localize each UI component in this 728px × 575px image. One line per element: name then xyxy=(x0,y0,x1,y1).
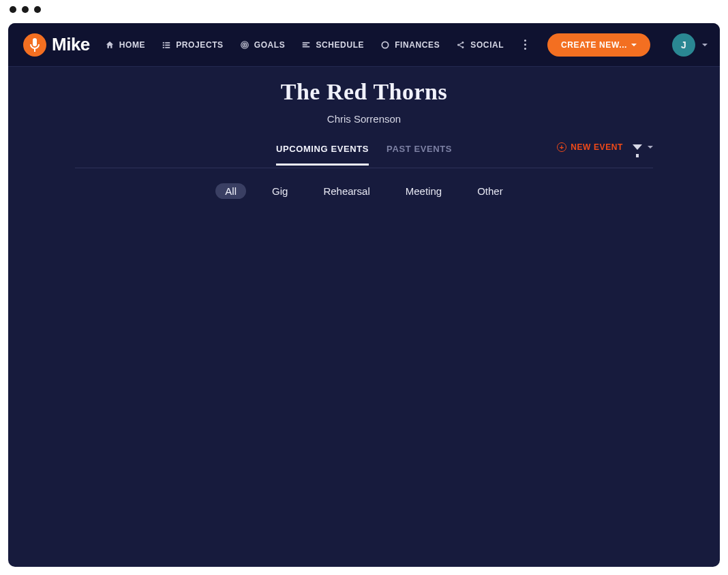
window-dot-minimize[interactable] xyxy=(22,6,29,13)
avatar-initial: J xyxy=(681,40,686,50)
user-menu[interactable]: J xyxy=(656,33,708,57)
filter-dropdown[interactable] xyxy=(633,144,653,150)
brand-name: Mike xyxy=(52,34,90,55)
tab-upcoming-events[interactable]: UPCOMING EVENTS xyxy=(276,144,369,166)
new-event-button[interactable]: + NEW EVENT xyxy=(557,142,623,152)
create-new-button[interactable]: CREATE NEW... xyxy=(547,33,650,57)
browser-chrome xyxy=(0,0,728,19)
svg-point-10 xyxy=(244,44,245,46)
chevron-down-icon xyxy=(648,146,653,149)
nav-label: PROJECTS xyxy=(176,40,223,50)
svg-rect-6 xyxy=(163,46,164,48)
nav-label: HOME xyxy=(119,40,145,50)
app-frame: Mike HOME PROJECTS GOALS xyxy=(8,23,720,567)
microphone-icon xyxy=(23,33,46,57)
nav-item-finances[interactable]: FINANCES xyxy=(380,40,440,50)
list-icon xyxy=(162,40,171,50)
nav-label: SCHEDULE xyxy=(316,40,364,50)
nav-label: GOALS xyxy=(254,40,286,50)
svg-point-14 xyxy=(382,42,389,48)
svg-rect-7 xyxy=(165,46,170,48)
page-title: The Red Thorns xyxy=(8,79,720,105)
target-icon xyxy=(240,40,249,50)
window-dot-maximize[interactable] xyxy=(34,6,41,13)
tabs-actions: + NEW EVENT xyxy=(557,142,653,152)
tab-past-events[interactable]: PAST EVENTS xyxy=(386,144,452,164)
page-header: The Red Thorns Chris Sorrenson xyxy=(8,79,720,125)
new-event-label: NEW EVENT xyxy=(571,142,623,152)
nav-item-schedule[interactable]: SCHEDULE xyxy=(301,40,364,50)
nav-item-goals[interactable]: GOALS xyxy=(240,40,286,50)
nav-label: FINANCES xyxy=(395,40,440,50)
tabs-row: UPCOMING EVENTS PAST EVENTS + NEW EVENT xyxy=(75,144,653,168)
filter-icon xyxy=(633,144,642,150)
filter-chip-meeting[interactable]: Meeting xyxy=(396,183,451,199)
svg-rect-13 xyxy=(303,46,310,47)
nav-item-social[interactable]: SOCIAL xyxy=(456,40,504,50)
chevron-down-icon xyxy=(631,44,637,46)
window-dot-close[interactable] xyxy=(10,6,16,13)
svg-rect-3 xyxy=(165,42,170,43)
home-icon xyxy=(105,40,115,50)
svg-rect-2 xyxy=(163,42,164,43)
plus-circle-icon: + xyxy=(557,142,566,152)
svg-rect-11 xyxy=(303,42,310,43)
svg-rect-0 xyxy=(33,38,37,46)
svg-rect-1 xyxy=(34,48,35,52)
avatar: J xyxy=(672,33,695,57)
page-subtitle: Chris Sorrenson xyxy=(8,113,720,125)
more-menu-icon[interactable] xyxy=(520,35,530,54)
tabs: UPCOMING EVENTS PAST EVENTS xyxy=(276,144,452,168)
filter-chip-gig[interactable]: Gig xyxy=(262,183,297,199)
primary-nav: HOME PROJECTS GOALS SCHEDULE xyxy=(105,35,534,54)
create-new-label: CREATE NEW... xyxy=(561,40,627,50)
svg-rect-4 xyxy=(163,44,164,46)
circle-icon xyxy=(380,40,390,50)
filter-chip-other[interactable]: Other xyxy=(468,183,513,199)
topbar: Mike HOME PROJECTS GOALS xyxy=(8,23,720,67)
nav-item-projects[interactable]: PROJECTS xyxy=(162,40,223,50)
nav-label: SOCIAL xyxy=(470,40,504,50)
event-type-filters: All Gig Rehearsal Meeting Other xyxy=(8,183,720,199)
svg-rect-5 xyxy=(165,44,170,46)
share-icon xyxy=(456,40,466,50)
nav-item-home[interactable]: HOME xyxy=(105,40,145,50)
calendar-icon xyxy=(301,40,311,50)
svg-rect-12 xyxy=(303,44,307,45)
chevron-down-icon xyxy=(702,44,708,46)
filter-chip-rehearsal[interactable]: Rehearsal xyxy=(314,183,379,199)
filter-chip-all[interactable]: All xyxy=(215,183,246,199)
brand-logo[interactable]: Mike xyxy=(23,33,90,57)
